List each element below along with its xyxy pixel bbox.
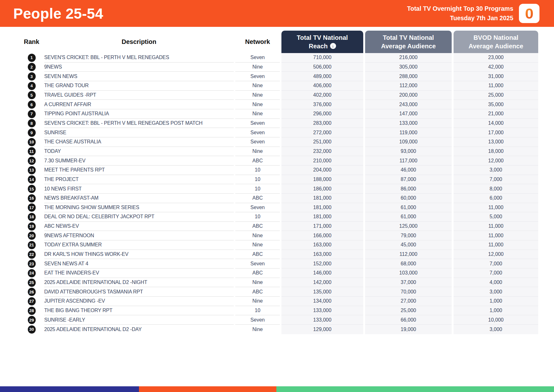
network-cell: Nine bbox=[235, 240, 280, 250]
bvod-average-audience-value: 1,000 bbox=[454, 297, 538, 306]
bvod-average-audience-value: 13,000 bbox=[454, 137, 538, 147]
rank-badge: 11 bbox=[28, 147, 36, 155]
network-cell: Nine bbox=[235, 278, 280, 287]
rank-badge: 28 bbox=[28, 307, 36, 315]
total-tv-average-audience-value: 133,000 bbox=[365, 119, 452, 128]
page-title: People 25-54 bbox=[13, 5, 103, 22]
network-cell: Seven bbox=[235, 119, 280, 128]
description-cell: THE PROJECT bbox=[44, 175, 234, 184]
description-cell: SEVEN NEWS AT 4 bbox=[44, 259, 234, 268]
footer-color-segment bbox=[276, 386, 554, 392]
top-banner: People 25-54 Total TV Overnight Top 30 P… bbox=[0, 0, 554, 27]
total-tv-average-audience-value: 19,000 bbox=[365, 325, 452, 334]
table-row: 1SEVEN'S CRICKET: BBL - PERTH V MEL RENE… bbox=[19, 53, 538, 63]
rank-cell: 29 bbox=[19, 315, 44, 325]
total-tv-reach-value: 163,000 bbox=[281, 240, 363, 250]
total-tv-average-audience-value: 46,000 bbox=[365, 166, 452, 175]
description-cell: SEVEN NEWS bbox=[44, 72, 234, 81]
bvod-average-audience-value: 7,000 bbox=[454, 175, 538, 184]
table-row: 209NEWS AFTERNOONNine166,00079,00011,000 bbox=[19, 231, 538, 240]
rank-badge: 20 bbox=[28, 232, 36, 240]
network-cell: Nine bbox=[235, 63, 280, 72]
table-row: 3SEVEN NEWSSeven489,000288,00031,000 bbox=[19, 72, 538, 81]
table-row: 24EAT THE INVADERS-EVABC146,000103,0007,… bbox=[19, 268, 538, 278]
sort-descending-icon[interactable]: ↓ bbox=[330, 43, 336, 49]
bvod-average-audience-value: 6,000 bbox=[454, 194, 538, 203]
network-cell: Nine bbox=[235, 325, 280, 334]
rank-cell: 11 bbox=[19, 147, 44, 156]
total-tv-reach-value: 251,000 bbox=[281, 137, 363, 147]
network-cell: Nine bbox=[235, 297, 280, 306]
bvod-average-audience-value: 11,000 bbox=[454, 231, 538, 240]
total-tv-reach-value: 210,000 bbox=[281, 156, 363, 166]
network-cell: Nine bbox=[235, 91, 280, 100]
description-cell: 2025 ADELAIDE INTERNATIONAL D2 -DAY bbox=[44, 325, 234, 334]
description-cell: NEWS BREAKFAST-AM bbox=[44, 194, 234, 203]
table-header-row: Rank Description Network Total TV Nation… bbox=[19, 31, 538, 53]
table-row: 1510 NEWS FIRST10186,00086,0008,000 bbox=[19, 184, 538, 194]
description-cell: THE GRAND TOUR bbox=[44, 81, 234, 91]
rank-cell: 20 bbox=[19, 231, 44, 240]
table-row: 14THE PROJECT10188,00087,0007,000 bbox=[19, 175, 538, 184]
rank-badge: 6 bbox=[28, 100, 36, 109]
total-tv-average-audience-value: 288,000 bbox=[365, 72, 452, 81]
column-header-network: Network bbox=[235, 31, 280, 53]
total-tv-reach-value: 135,000 bbox=[281, 287, 363, 297]
rank-badge: 12 bbox=[28, 157, 36, 165]
rank-badge: 26 bbox=[28, 288, 36, 296]
total-tv-reach-value: 166,000 bbox=[281, 231, 363, 240]
table-row: 27JUPITER ASCENDING -EVNine134,00027,000… bbox=[19, 297, 538, 306]
rank-badge: 4 bbox=[28, 82, 36, 90]
network-cell: Nine bbox=[235, 100, 280, 109]
column-header-total-tv-reach[interactable]: Total TV National Reach ↓ bbox=[281, 31, 363, 53]
rank-cell: 5 bbox=[19, 91, 44, 100]
bvod-average-audience-value: 14,000 bbox=[454, 119, 538, 128]
bvod-average-audience-value: 1,000 bbox=[454, 306, 538, 316]
rank-cell: 7 bbox=[19, 109, 44, 119]
total-tv-average-audience-value: 93,000 bbox=[365, 147, 452, 156]
rank-badge: 30 bbox=[28, 325, 36, 334]
bvod-average-audience-value: 12,000 bbox=[454, 156, 538, 166]
rank-cell: 3 bbox=[19, 72, 44, 81]
total-tv-average-audience-value: 109,000 bbox=[365, 137, 452, 147]
total-tv-average-audience-value: 147,000 bbox=[365, 109, 452, 119]
rank-badge: 5 bbox=[28, 91, 36, 99]
description-cell: SUNRISE bbox=[44, 128, 234, 137]
table-row: 11TODAYNine232,00093,00018,000 bbox=[19, 147, 538, 156]
total-tv-average-audience-value: 125,000 bbox=[365, 222, 452, 231]
network-cell: Nine bbox=[235, 147, 280, 156]
table-row: 16NEWS BREAKFAST-AMABC181,00060,0006,000 bbox=[19, 194, 538, 203]
description-cell: A CURRENT AFFAIR bbox=[44, 100, 234, 109]
rank-badge: 17 bbox=[28, 203, 36, 212]
total-tv-average-audience-value: 68,000 bbox=[365, 259, 452, 268]
rank-cell: 2 bbox=[19, 63, 44, 72]
network-cell: Seven bbox=[235, 137, 280, 147]
rank-cell: 19 bbox=[19, 222, 44, 231]
bvod-average-audience-value: 11,000 bbox=[454, 81, 538, 91]
bvod-average-audience-value: 12,000 bbox=[454, 250, 538, 259]
total-tv-average-audience-value: 112,000 bbox=[365, 81, 452, 91]
table-row: 4THE GRAND TOURNine406,000112,00011,000 bbox=[19, 81, 538, 91]
total-tv-reach-value: 204,000 bbox=[281, 166, 363, 175]
report-subtitle-line1: Total TV Overnight Top 30 Programs bbox=[407, 4, 513, 13]
network-cell: Seven bbox=[235, 128, 280, 137]
total-tv-average-audience-value: 216,000 bbox=[365, 53, 452, 63]
network-cell: ABC bbox=[235, 156, 280, 166]
description-cell: EAT THE INVADERS-EV bbox=[44, 268, 234, 278]
total-tv-reach-value: 181,000 bbox=[281, 212, 363, 222]
rank-cell: 30 bbox=[19, 325, 44, 334]
total-tv-average-audience-value: 79,000 bbox=[365, 231, 452, 240]
total-tv-average-audience-value: 86,000 bbox=[365, 184, 452, 194]
network-cell: ABC bbox=[235, 268, 280, 278]
bvod-average-audience-value: 42,000 bbox=[454, 63, 538, 72]
total-tv-reach-value: 272,000 bbox=[281, 128, 363, 137]
description-cell: THE MORNING SHOW SUMMER SERIES bbox=[44, 203, 234, 213]
description-cell: TODAY EXTRA SUMMER bbox=[44, 240, 234, 250]
network-cell: ABC bbox=[235, 287, 280, 297]
description-cell: TRAVEL GUIDES -RPT bbox=[44, 91, 234, 100]
total-tv-average-audience-value: 66,000 bbox=[365, 315, 452, 325]
table-row: 10THE CHASE AUSTRALIASeven251,000109,000… bbox=[19, 137, 538, 147]
rank-cell: 24 bbox=[19, 268, 44, 278]
description-cell: SEVEN'S CRICKET: BBL - PERTH V MEL RENEG… bbox=[44, 119, 234, 128]
total-tv-reach-value: 181,000 bbox=[281, 203, 363, 213]
